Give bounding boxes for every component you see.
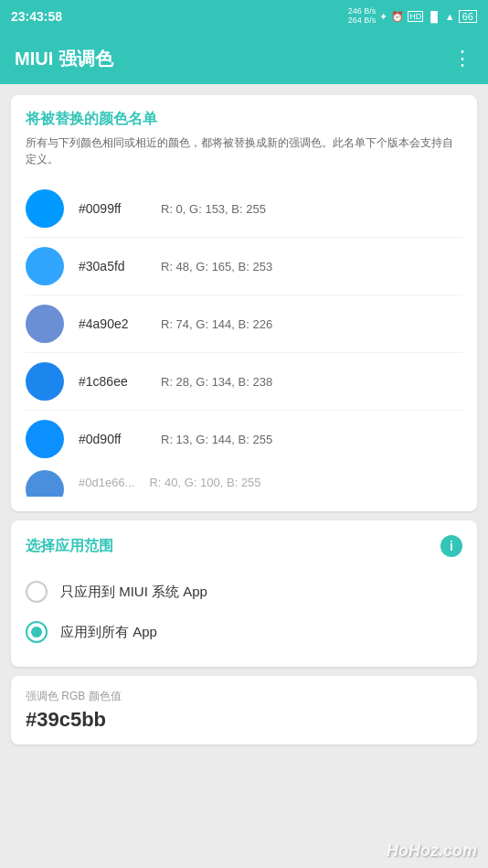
color-hex-2: #4a90e2 bbox=[79, 316, 161, 331]
page-title: MIUI 强调色 bbox=[15, 47, 113, 71]
app-bar: MIUI 强调色 ⋮ bbox=[0, 33, 488, 84]
bottom-rgb-section: 强调色 RGB 颜色值 #39c5bb bbox=[11, 676, 477, 745]
signal-icon: ▐▌ bbox=[427, 11, 441, 22]
color-circle-2 bbox=[26, 305, 64, 343]
radio-inner bbox=[31, 627, 42, 638]
radio-label-1: 应用到所有 App bbox=[60, 624, 157, 641]
bluetooth-icon: ✦ bbox=[379, 11, 387, 23]
scope-options-container: 只应用到 MIUI 系统 App 应用到所有 App bbox=[26, 572, 462, 652]
overflow-menu-button[interactable]: ⋮ bbox=[452, 47, 473, 70]
color-row-3: #1c86ee R: 28, G: 134, B: 238 bbox=[26, 353, 462, 411]
color-row-partial: #0d1e66... R: 40, G: 100, B: 255 bbox=[26, 467, 462, 497]
color-hex-4: #0d90ff bbox=[79, 432, 161, 446]
color-row-1: #30a5fd R: 48, G: 165, B: 253 bbox=[26, 238, 462, 295]
color-rgb-4: R: 13, G: 144, B: 255 bbox=[161, 433, 272, 446]
color-circle-3 bbox=[26, 362, 64, 401]
radio-button-1[interactable] bbox=[26, 621, 48, 643]
scope-title: 选择应用范围 bbox=[26, 537, 113, 556]
color-list-title: 将被替换的颜色名单 bbox=[26, 110, 462, 129]
partial-hex: #0d1e66... bbox=[79, 476, 134, 489]
color-list-desc: 所有与下列颜色相同或相近的颜色，都将被替换成新的强调色。此名单下个版本会支持自定… bbox=[26, 134, 462, 167]
hd-icon: HD bbox=[408, 11, 423, 22]
radio-option-0[interactable]: 只应用到 MIUI 系统 App bbox=[26, 572, 462, 612]
main-content: 将被替换的颜色名单 所有与下列颜色相同或相近的颜色，都将被替换成新的强调色。此名… bbox=[0, 84, 488, 868]
status-right: 246 B/s 264 B/s ✦ ⏰ HD ▐▌ ▲ 66 bbox=[348, 7, 477, 26]
color-hex-3: #1c86ee bbox=[79, 374, 161, 389]
color-circle-0 bbox=[26, 189, 64, 228]
color-circle-1 bbox=[26, 247, 64, 285]
color-row-4: #0d90ff R: 13, G: 144, B: 255 bbox=[26, 411, 462, 467]
color-hex-1: #30a5fd bbox=[79, 259, 161, 273]
watermark: HoHoz.com bbox=[387, 841, 477, 861]
color-rgb-3: R: 28, G: 134, B: 238 bbox=[161, 375, 272, 389]
scope-header: 选择应用范围 i bbox=[26, 535, 462, 557]
alarm-icon: ⏰ bbox=[391, 11, 404, 23]
status-bar: 23:43:58 246 B/s 264 B/s ✦ ⏰ HD ▐▌ ▲ 66 bbox=[0, 0, 488, 33]
color-list-card: 将被替换的颜色名单 所有与下列颜色相同或相近的颜色，都将被替换成新的强调色。此名… bbox=[11, 95, 477, 511]
color-rows-container: #0099ff R: 0, G: 153, B: 255 #30a5fd R: … bbox=[26, 180, 462, 467]
radio-button-0[interactable] bbox=[26, 581, 48, 603]
color-rgb-0: R: 0, G: 153, B: 255 bbox=[161, 202, 266, 216]
color-circle-4 bbox=[26, 420, 64, 458]
partial-rgb: R: 40, G: 100, B: 255 bbox=[149, 476, 260, 489]
rgb-value: #39c5bb bbox=[26, 708, 462, 732]
radio-option-1[interactable]: 应用到所有 App bbox=[26, 612, 462, 652]
network-speeds: 246 B/s 264 B/s bbox=[348, 7, 377, 26]
radio-label-0: 只应用到 MIUI 系统 App bbox=[60, 584, 207, 601]
status-time: 23:43:58 bbox=[11, 9, 62, 24]
color-rgb-2: R: 74, G: 144, B: 226 bbox=[161, 317, 272, 331]
color-row-2: #4a90e2 R: 74, G: 144, B: 226 bbox=[26, 295, 462, 353]
rgb-label: 强调色 RGB 颜色值 bbox=[26, 689, 462, 704]
apply-scope-section: 选择应用范围 i 只应用到 MIUI 系统 App 应用到所有 App bbox=[11, 520, 477, 667]
color-rgb-1: R: 48, G: 165, B: 253 bbox=[161, 260, 272, 273]
wifi-icon: ▲ bbox=[445, 11, 455, 22]
partial-color-circle bbox=[26, 470, 64, 497]
battery-icon: 66 bbox=[459, 10, 477, 23]
info-icon-button[interactable]: i bbox=[440, 535, 462, 557]
color-row-0: #0099ff R: 0, G: 153, B: 255 bbox=[26, 180, 462, 238]
color-hex-0: #0099ff bbox=[79, 201, 161, 216]
